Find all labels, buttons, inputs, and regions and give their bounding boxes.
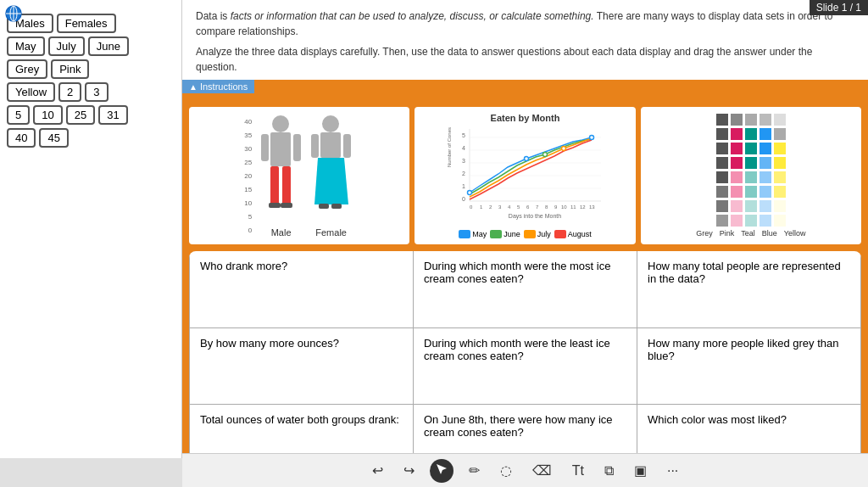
svg-rect-9 <box>293 134 301 161</box>
question-cell[interactable]: Who drank more? <box>190 251 414 327</box>
main-content: Data is facts or information that can be… <box>182 0 868 453</box>
image-button[interactable]: ▣ <box>629 459 652 482</box>
token-row: 5102531 <box>7 105 175 125</box>
svg-rect-15 <box>311 134 319 158</box>
token-10[interactable]: 10 <box>33 105 62 125</box>
svg-text:2: 2 <box>463 171 466 176</box>
instructions-btn-label: Instructions <box>200 81 248 92</box>
svg-text:5: 5 <box>517 204 520 210</box>
svg-text:3: 3 <box>498 204 502 210</box>
token-row: 4045 <box>7 128 175 148</box>
svg-text:4: 4 <box>463 145 466 151</box>
highlight-button[interactable]: ◌ <box>495 459 517 482</box>
token-pink[interactable]: Pink <box>51 59 89 79</box>
female-figure: Female <box>308 114 354 238</box>
svg-rect-10 <box>269 203 281 208</box>
svg-text:1: 1 <box>463 183 466 189</box>
svg-rect-6 <box>270 166 279 204</box>
svg-text:3: 3 <box>463 158 466 164</box>
legend-may: May <box>459 230 487 238</box>
copy-button[interactable]: ⧉ <box>599 460 619 482</box>
token-females[interactable]: Females <box>57 14 116 33</box>
token-row: GreyPink <box>7 59 175 79</box>
line-chart-legend: May June July August <box>459 230 592 238</box>
svg-text:11: 11 <box>570 204 576 210</box>
y-axis-scale: 40 35 30 25 20 15 10 5 0 <box>244 115 252 238</box>
slide-indicator: Slide 1 / 1 <box>810 0 868 15</box>
svg-point-48 <box>590 136 594 140</box>
token-5[interactable]: 5 <box>7 105 30 125</box>
token-grey[interactable]: Grey <box>7 59 47 79</box>
redo-button[interactable]: ↪ <box>398 459 420 482</box>
text-button[interactable]: Tt <box>567 460 589 482</box>
question-cell[interactable]: How many more people liked grey than blu… <box>637 327 861 404</box>
token-yellow[interactable]: Yellow <box>7 82 55 102</box>
svg-text:0: 0 <box>470 204 473 210</box>
svg-text:8: 8 <box>545 204 548 210</box>
line-chart: Eaten by Month 0 1 2 3 4 5 <box>415 107 635 244</box>
male-label: Male <box>271 227 292 238</box>
instructions-button[interactable]: ▲ Instructions <box>182 80 254 93</box>
question-cell[interactable]: During which month were the most ice cre… <box>414 251 637 327</box>
female-label: Female <box>315 227 347 238</box>
token-july[interactable]: July <box>48 36 85 56</box>
svg-text:Number of Cones: Number of Cones <box>447 127 452 167</box>
svg-rect-18 <box>331 204 342 209</box>
legend-june: June <box>490 230 520 238</box>
token-row: Yellow23 <box>7 82 175 102</box>
svg-rect-13 <box>320 132 341 158</box>
more-button[interactable]: ··· <box>662 460 683 482</box>
body-chart: 40 35 30 25 20 15 10 5 0 <box>189 107 409 244</box>
svg-text:Days into the Month: Days into the Month <box>509 213 561 220</box>
svg-rect-7 <box>282 166 291 204</box>
svg-point-4 <box>272 115 289 132</box>
color-grid-legend: Grey Pink Teal Blue Yellow <box>696 229 805 238</box>
question-cell[interactable]: Which color was most liked? <box>637 404 861 453</box>
svg-text:12: 12 <box>580 204 586 210</box>
question-cell[interactable]: On June 8th, there were how many ice cre… <box>414 404 637 453</box>
line-chart-title: Eaten by Month <box>491 113 560 123</box>
cursor-button[interactable] <box>430 459 453 483</box>
eraser-button[interactable]: ⌫ <box>527 459 557 482</box>
svg-text:13: 13 <box>589 204 595 210</box>
token-2[interactable]: 2 <box>58 82 81 102</box>
pen-button[interactable]: ✏ <box>464 459 485 482</box>
token-40[interactable]: 40 <box>7 128 36 148</box>
svg-point-47 <box>525 157 529 161</box>
questions-tbody: Who drank more?During which month were t… <box>190 251 861 453</box>
svg-rect-16 <box>343 134 351 158</box>
svg-rect-17 <box>319 204 329 209</box>
undo-button[interactable]: ↩ <box>367 459 388 482</box>
question-cell[interactable]: By how many more ounces? <box>190 327 414 404</box>
question-cell[interactable]: Total ounces of water both groups drank: <box>190 404 414 453</box>
instructions-area: Data is facts or information that can be… <box>182 0 868 80</box>
question-row: By how many more ounces?During which mon… <box>190 327 861 404</box>
svg-rect-11 <box>281 203 292 208</box>
instructions-line2: Analyze the three data displays carefull… <box>196 44 854 75</box>
question-cell[interactable]: During which month were the least ice cr… <box>414 327 637 404</box>
question-row: Total ounces of water both groups drank:… <box>190 404 861 453</box>
svg-text:10: 10 <box>561 204 567 210</box>
charts-row: 40 35 30 25 20 15 10 5 0 <box>189 87 861 244</box>
token-3[interactable]: 3 <box>85 82 108 102</box>
token-31[interactable]: 31 <box>98 105 127 125</box>
orange-content-area: ▲ Instructions 40 35 30 25 20 15 10 <box>182 80 868 453</box>
svg-text:9: 9 <box>554 204 558 210</box>
male-figure: Male <box>258 114 304 238</box>
color-grid-chart: Grey Pink Teal Blue Yellow <box>641 107 861 244</box>
svg-text:7: 7 <box>536 204 539 210</box>
svg-marker-14 <box>314 158 348 204</box>
svg-text:2: 2 <box>489 204 492 210</box>
svg-text:4: 4 <box>508 204 511 210</box>
token-row: MayJulyJune <box>7 36 175 56</box>
token-june[interactable]: June <box>88 36 129 56</box>
question-cell[interactable]: How many total people are represented in… <box>637 251 861 327</box>
token-rows: MalesFemalesMayJulyJuneGreyPinkYellow235… <box>7 14 175 148</box>
bottom-toolbar: ↩ ↪ ✏ ◌ ⌫ Tt ⧉ ▣ ··· <box>182 453 868 487</box>
questions-table: Who drank more?During which month were t… <box>189 251 861 453</box>
globe-icon <box>5 5 22 22</box>
token-45[interactable]: 45 <box>39 128 68 148</box>
token-25[interactable]: 25 <box>66 105 95 125</box>
svg-text:0: 0 <box>463 196 466 202</box>
token-may[interactable]: May <box>7 36 45 56</box>
